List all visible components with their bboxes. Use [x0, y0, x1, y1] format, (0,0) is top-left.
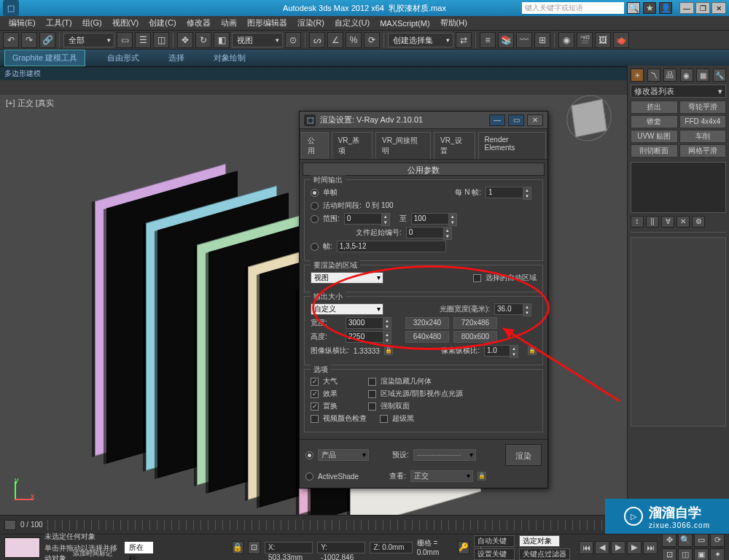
snap-toggle-icon[interactable]: ᔕ [309, 32, 325, 48]
cb-video-color[interactable] [311, 415, 319, 423]
dd-output-preset[interactable]: 自定义 [311, 303, 383, 315]
favorites-icon[interactable]: ★ [643, 2, 656, 14]
ref-coord-dd[interactable]: 视图 [232, 33, 283, 47]
menu-maxscript[interactable]: MAXScript(M) [375, 19, 434, 28]
configure-icon[interactable]: ⚙ [692, 216, 705, 228]
ribbon-tab-freeform[interactable]: 自由形式 [100, 50, 147, 66]
selection-filter-dd[interactable]: 全部 [63, 33, 114, 47]
dialog-close-button[interactable]: ✕ [527, 114, 543, 126]
preset-720[interactable]: 720x486 [453, 317, 497, 329]
menu-render[interactable]: 渲染(R) [293, 18, 329, 28]
motion-panel-icon[interactable]: ◉ [680, 69, 693, 82]
hierarchy-panel-icon[interactable]: 品 [663, 69, 677, 82]
menu-modifiers[interactable]: 修改器 [182, 18, 215, 28]
menu-help[interactable]: 帮助(H) [436, 18, 472, 28]
menu-graph[interactable]: 图形编辑器 [243, 18, 292, 28]
cb-render-hidden[interactable] [368, 378, 376, 386]
restore-button[interactable]: ❐ [695, 2, 710, 14]
nav-orbit-icon[interactable]: ⟳ [710, 534, 725, 547]
nav-region-icon[interactable]: ◫ [678, 548, 693, 561]
utilities-panel-icon[interactable]: 🔧 [713, 69, 726, 82]
minimize-button[interactable]: — [679, 2, 694, 14]
cb-auto-region[interactable] [473, 274, 481, 282]
nav-walk-icon[interactable]: ✦ [710, 548, 725, 561]
render-button[interactable]: 渲染 [505, 444, 542, 466]
undo-icon[interactable]: ↶ [3, 32, 19, 48]
pin-stack-icon[interactable]: ⟟ [631, 216, 644, 228]
cb-area-lights[interactable] [368, 390, 376, 398]
dd-view[interactable]: 正交 [410, 470, 473, 482]
radio-activeshade[interactable] [305, 472, 313, 481]
search-icon[interactable]: 🔍 [627, 2, 640, 14]
ribbon-tab-selection[interactable]: 选择 [161, 50, 192, 66]
menu-create[interactable]: 创建(C) [144, 18, 180, 28]
select-name-icon[interactable]: ☰ [135, 32, 151, 48]
redo-icon[interactable]: ↷ [21, 32, 37, 48]
modifier-stack[interactable] [631, 162, 726, 213]
cb-super-black[interactable] [380, 415, 388, 423]
spinner-every-n[interactable]: 1 [486, 187, 523, 198]
show-end-icon[interactable]: || [646, 216, 659, 228]
spinner-height[interactable]: 2250 [346, 331, 383, 343]
remove-mod-icon[interactable]: ✕ [677, 216, 690, 228]
radio-range[interactable] [311, 215, 319, 223]
spinner-px-aspect[interactable]: 1.0 [484, 345, 510, 357]
key-mode-icon[interactable]: 🔑 [458, 541, 469, 554]
mod-slice[interactable]: 剖切断面 [631, 144, 678, 158]
lock-view-icon[interactable]: 🔒 [477, 472, 486, 481]
cb-displacement[interactable] [311, 402, 319, 411]
ribbon-tab-paint[interactable]: 对象绘制 [206, 50, 253, 66]
lock-selection-icon[interactable]: 🔒 [232, 541, 243, 554]
move-icon[interactable]: ✥ [177, 32, 193, 48]
mod-meshsmooth[interactable]: 网格平滑 [679, 144, 727, 158]
close-button[interactable]: ✕ [712, 2, 726, 14]
preset-640[interactable]: 640x480 [405, 331, 449, 343]
percent-snap-icon[interactable]: % [346, 32, 362, 48]
spinner-aperture[interactable]: 36.0 [494, 303, 523, 315]
align-icon[interactable]: ≡ [480, 32, 496, 48]
dialog-minimize-button[interactable]: — [489, 114, 505, 126]
coord-x[interactable]: X: 503.33mm [265, 542, 313, 553]
preset-800[interactable]: 800x600 [453, 331, 497, 343]
scale-icon[interactable]: ◧ [214, 32, 230, 48]
input-frames[interactable]: 1,3,5-12 [337, 241, 446, 252]
viewcube[interactable] [571, 99, 607, 138]
radio-frames[interactable] [311, 243, 319, 251]
dd-production[interactable]: 产品 [318, 449, 369, 461]
spinner-snap-icon[interactable]: ⟳ [364, 32, 380, 48]
track-color[interactable] [4, 537, 40, 558]
dialog-maximize-button[interactable]: ▭ [508, 114, 524, 126]
coord-y[interactable]: Y: -1002.846 [317, 542, 365, 553]
unique-icon[interactable]: ∀ [661, 216, 674, 228]
create-panel-icon[interactable]: ☀ [631, 69, 644, 82]
lock-img-aspect-icon[interactable]: 🔒 [384, 346, 393, 355]
menu-group[interactable]: 组(G) [78, 18, 106, 28]
layers-icon[interactable]: 📚 [498, 32, 514, 48]
help-search-input[interactable]: 键入关键字或短语 [522, 2, 624, 14]
modify-panel-icon[interactable]: 〽 [647, 69, 660, 82]
mod-extrude[interactable]: 挤出 [631, 101, 678, 114]
dd-preset[interactable]: ------------------ [413, 449, 476, 461]
cb-atmospherics[interactable] [311, 378, 319, 386]
spinner-range-to[interactable]: 100 [411, 213, 449, 225]
render-setup-icon[interactable]: 🎬 [577, 32, 593, 48]
cb-two-sided[interactable] [368, 402, 376, 411]
link-icon[interactable]: 🔗 [39, 32, 55, 48]
ribbon-tab-graphite[interactable]: Graphite 建模工具 [4, 50, 85, 66]
key-filters-button[interactable]: 关键点过滤器 [519, 548, 570, 560]
mod-uvw[interactable]: UVW 贴图 [631, 130, 678, 143]
tab-vr-gi[interactable]: VR_间接照明 [375, 132, 431, 159]
nav-max-icon[interactable]: ▣ [694, 548, 709, 561]
mod-turbosmooth[interactable]: 弯轮平滑 [679, 101, 727, 114]
play-end-icon[interactable]: ⏭ [643, 541, 658, 554]
curve-editor-icon[interactable]: 〰 [516, 32, 532, 48]
menu-edit[interactable]: 编辑(E) [4, 18, 40, 28]
radio-single-frame[interactable] [311, 189, 319, 197]
tab-vr-base[interactable]: VR_基项 [332, 132, 373, 159]
timeline-ticks[interactable] [47, 520, 623, 530]
menu-tools[interactable]: 工具(T) [42, 18, 77, 28]
tab-vr-settings[interactable]: VR_设置 [434, 132, 475, 159]
lock-px-aspect-icon[interactable]: 🔒 [528, 346, 537, 355]
rotate-icon[interactable]: ↻ [195, 32, 211, 48]
menu-animation[interactable]: 动画 [217, 18, 241, 28]
